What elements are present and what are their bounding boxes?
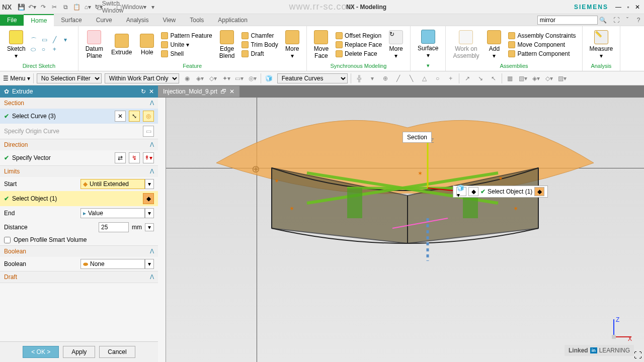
feature-curves-select[interactable]: Feature Curves [277,73,348,83]
end-dd-arrow[interactable]: ▾ [145,208,154,218]
asm-constraints-button[interactable]: Assembly Constraints [506,32,578,40]
section-header-section[interactable]: Sectionᐱ [0,98,158,109]
add-asm-button[interactable]: Add▾ [484,29,504,60]
section-header-boolean[interactable]: Booleanᐱ [0,246,158,257]
switch-window-btn[interactable]: ▢ Switch Window [105,3,114,12]
seltb-icon-5[interactable]: ▭▾ [234,73,245,83]
seltb-icon-3[interactable]: ◇▾ [208,73,218,83]
datum-plane-button[interactable]: Datum Plane [83,29,106,60]
boolean-dd-arrow[interactable]: ▾ [145,259,154,269]
fullscreen-icon[interactable]: ⛶ [612,16,621,25]
measure-button[interactable]: 📏Measure▾ [587,29,616,60]
undo-icon[interactable]: ↶▾ [28,3,37,12]
paste-icon[interactable]: 📋 [72,3,81,12]
float-icon-1[interactable]: 🧊▾ [456,187,466,196]
reverse-icon[interactable]: ⇄ [115,152,126,163]
snap-8[interactable]: + [446,73,456,83]
distance-input[interactable] [99,222,129,232]
vector-csys-icon[interactable]: ↯ [129,152,140,163]
snap-2[interactable]: ▾ [367,73,377,83]
axis-1[interactable]: ↗ [462,73,472,83]
more-icon[interactable]: ▾ [148,3,157,12]
disp-2[interactable]: ▧▾ [518,73,528,83]
search-input[interactable] [537,16,598,25]
tab-close-icon[interactable]: ✕ [229,88,234,95]
snap-3[interactable]: ⊕ [380,73,390,83]
select-curve-row[interactable]: ✔ Select Curve (3) ✕ ⤡ ◎ [0,109,158,124]
select-object-row[interactable]: ✔ Select Object (1) ◆ [0,191,158,206]
work-on-asm-button[interactable]: Work on Assembly [450,29,482,60]
close-icon[interactable]: ✕ [635,4,640,11]
tab-application[interactable]: Application [211,15,255,26]
unite-button[interactable]: Unite ▾ [159,41,214,49]
float-icon-3[interactable]: ◆ [534,187,544,196]
feature-more-button[interactable]: More▾ [282,29,302,60]
snap-7[interactable]: ○ [433,73,443,83]
start-value-dropdown[interactable]: ◆Until Extended [80,179,145,189]
copy-icon[interactable]: ⧉ [61,3,70,12]
more-shape-icon[interactable]: ▾ [64,36,74,45]
chamfer-button[interactable]: Chamfer [239,32,280,40]
seltb-icon-4[interactable]: ✦▾ [221,73,231,83]
specify-vector-row[interactable]: ✔ Specify Vector ⇄ ↯ ↟▾ [0,150,158,165]
line-icon[interactable]: ╱ [53,36,63,45]
dialog-close-icon[interactable]: ✕ [149,88,154,95]
point-icon[interactable]: + [53,46,63,53]
search-icon[interactable]: 🔍 [599,17,607,24]
window-btn[interactable]: ▢ Window ▾ [116,3,146,12]
distance-dd-arrow[interactable]: ▾ [145,223,154,231]
trim-button[interactable]: Trim Body [239,41,280,49]
viewport[interactable]: ⊕ ✶ ✶ ✶ ✶ ✶ Z X [166,98,644,362]
curve-rule-icon[interactable]: ⤡ [129,111,140,122]
axis-3[interactable]: ↖ [489,73,499,83]
disp-3[interactable]: ◈▾ [531,73,541,83]
snap-1[interactable]: ╬ [354,73,364,83]
move-face-button[interactable]: Move Face [311,29,332,60]
tab-home[interactable]: Home [24,14,54,26]
ellipse-icon[interactable]: ⬭ [31,46,41,53]
delete-face-button[interactable]: Delete Face [334,50,384,58]
disp-5[interactable]: ▨▾ [557,73,568,83]
float-icon-2[interactable]: ◆ [468,187,478,196]
surface-button[interactable]: Surface▾ [415,29,441,60]
selection-filter[interactable]: No Selection Filter [37,73,102,83]
snap-6[interactable]: △ [420,73,430,83]
apply-button[interactable]: Apply [63,346,95,358]
origin-curve-row[interactable]: Specify Origin Curve ▭ [0,124,158,139]
save-icon[interactable]: 💾 [17,3,26,12]
replace-face-button[interactable]: Replace Face [334,41,384,49]
move-comp-button[interactable]: Move Component [506,41,578,49]
sketch-sec-icon[interactable]: ✕ [115,111,126,122]
tab-analysis[interactable]: Analysis [119,15,156,26]
select-obj-icon[interactable]: ◆ [143,193,154,204]
disp-1[interactable]: ▦ [505,73,515,83]
document-tab[interactable]: Injection_Mold_9.prt 🗗 ✕ [158,86,239,97]
boolean-dropdown[interactable]: ⬬None [80,259,145,269]
curve-icon[interactable]: 🧊 [264,73,274,83]
dialog-reset-icon[interactable]: ↻ [141,88,146,95]
offset-region-button[interactable]: Offset Region [334,32,384,40]
pattern-button[interactable]: Pattern Feature [159,32,214,40]
circle-icon[interactable]: ○ [42,46,52,53]
hole-button[interactable]: Hole [137,33,157,57]
section-header-limits[interactable]: Limitsᐱ [0,166,158,177]
axis-2[interactable]: ↘ [475,73,486,83]
draft-button[interactable]: Draft [239,50,280,58]
seltb-icon-6[interactable]: ◎▾ [248,73,258,83]
sketch-button[interactable]: Sketch▾ [4,29,29,60]
fit-icon[interactable]: ⛶ [634,351,642,360]
origin-icon[interactable]: ▭ [143,126,154,137]
collapse-ribbon-icon[interactable]: ˇ [623,16,632,25]
edge-blend-button[interactable]: Edge Blend [216,29,238,60]
seltb-icon-1[interactable]: ◉ [182,73,192,83]
ok-button[interactable]: < OK > [23,346,59,358]
tab-curve[interactable]: Curve [89,15,119,26]
stop-icon[interactable]: ◎ [143,111,154,122]
restore-icon[interactable]: ▫ [627,4,629,11]
minimize-icon[interactable]: — [615,4,621,11]
start-dd-arrow[interactable]: ▾ [145,179,154,189]
extrude-button[interactable]: Extrude [108,33,135,57]
help-icon[interactable]: ? [634,16,643,25]
redo-icon[interactable]: ↷ [39,3,48,12]
section-header-direction[interactable]: Directionᐱ [0,139,158,150]
